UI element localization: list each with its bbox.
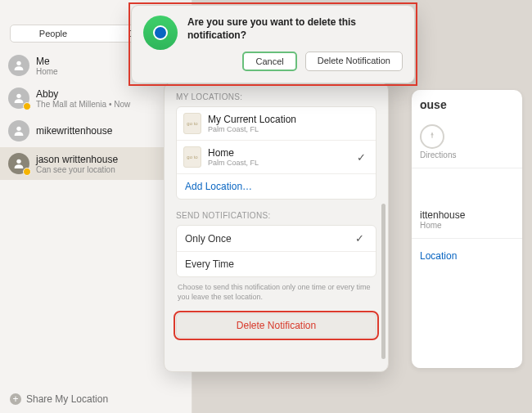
scrollbar[interactable] — [381, 204, 385, 359]
dialog-title: Are you sure you want to delete this not… — [187, 16, 403, 42]
send-notifications-list: Only Once ✓ Every Time — [176, 225, 376, 277]
locations-list: go to My Current LocationPalm Coast, FL … — [176, 106, 376, 200]
list-item[interactable]: AbbyThe Mall at Millenia • Now 73 — [0, 82, 192, 114]
checkmark-icon: ✓ — [355, 232, 367, 245]
detail-title: ouse — [420, 98, 514, 111]
list-item[interactable]: jason writtenhouseCan see your location — [0, 147, 192, 180]
location-sub: Palm Coast, FL — [208, 159, 259, 167]
divider — [412, 238, 522, 239]
share-my-location-label: Share My Location — [26, 393, 108, 405]
person-name: jason writtenhouse — [36, 154, 118, 165]
directions-icon[interactable] — [420, 124, 444, 149]
option-label: Only Once — [185, 233, 232, 245]
location-row[interactable]: go to HomePalm Coast, FL ✓ — [177, 141, 376, 174]
add-location-link[interactable]: Add Location… — [177, 174, 376, 199]
divider — [412, 168, 522, 168]
location-sub: Palm Coast, FL — [208, 125, 296, 133]
avatar-icon — [8, 55, 29, 76]
location-name: My Current Location — [208, 114, 296, 125]
confirm-dialog: Are you sure you want to delete this not… — [131, 5, 415, 83]
avatar-icon — [8, 88, 29, 109]
option-every-time[interactable]: Every Time — [177, 252, 376, 276]
confirm-delete-button[interactable]: Delete Notification — [305, 52, 403, 71]
list-item[interactable]: mikewrittenhouse 774 — [0, 114, 192, 147]
svg-point-0 — [16, 61, 20, 65]
directions-label: Directions — [420, 150, 514, 159]
status-badge-icon — [23, 168, 31, 176]
tab-people[interactable]: People — [11, 25, 96, 42]
person-sub: The Mall at Millenia • Now — [36, 100, 130, 109]
detail-sub: Home — [420, 221, 514, 230]
svg-point-1 — [16, 94, 20, 98]
location-row[interactable]: go to My Current LocationPalm Coast, FL — [177, 107, 376, 141]
detail-card: ouse Directions ittenhouse Home Location — [412, 90, 522, 368]
person-name: Abby — [36, 88, 130, 100]
helper-text: Choose to send this notification only on… — [176, 277, 376, 310]
avatar-icon — [8, 153, 29, 174]
person-sub: Can see your location — [36, 165, 118, 174]
plus-icon: + — [10, 393, 21, 405]
location-card-icon: go to — [183, 113, 201, 134]
status-badge-icon — [23, 102, 31, 110]
send-notifications-label: SEND NOTIFICATIONS: — [176, 211, 376, 220]
location-name: Home — [208, 147, 259, 159]
share-my-location-button[interactable]: + Share My Location — [10, 393, 108, 405]
person-name: Me — [36, 56, 58, 67]
notification-settings-panel: MY LOCATIONS: go to My Current LocationP… — [164, 82, 389, 372]
option-label: Every Time — [185, 258, 234, 270]
my-locations-label: MY LOCATIONS: — [176, 92, 376, 101]
person-name: mikewrittenhouse — [36, 125, 112, 137]
avatar-icon — [8, 120, 29, 141]
svg-point-2 — [16, 127, 20, 131]
delete-notification-button[interactable]: Delete Notification — [176, 313, 376, 338]
svg-point-3 — [16, 159, 20, 164]
cancel-button[interactable]: Cancel — [242, 52, 296, 71]
checkmark-icon: ✓ — [357, 151, 369, 164]
option-only-once[interactable]: Only Once ✓ — [177, 226, 376, 252]
find-my-app-icon — [143, 16, 178, 50]
location-link[interactable]: Location — [420, 250, 514, 262]
location-card-icon: go to — [183, 146, 201, 168]
person-sub: Home — [36, 67, 58, 76]
detail-name: ittenhouse — [420, 209, 514, 221]
